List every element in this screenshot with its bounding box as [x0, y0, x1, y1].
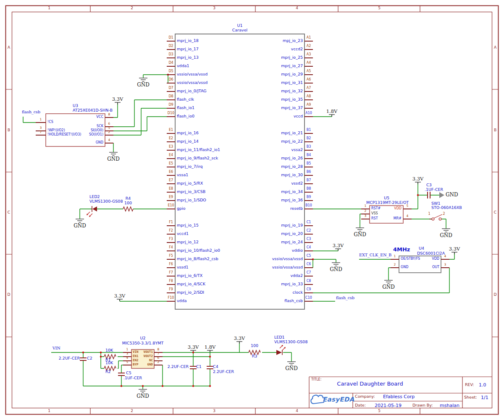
sheet-label: Sheet: — [464, 395, 477, 399]
component-pin-stub[interactable] — [154, 365, 163, 365]
net-label-vin[interactable]: VIN — [52, 346, 60, 350]
u1-pin-stub[interactable] — [167, 183, 175, 184]
u1-pin-stub[interactable] — [304, 141, 313, 142]
junction-dot[interactable] — [142, 385, 144, 387]
power-flag-label: 3.3V — [189, 336, 290, 341]
u1-pin-stub[interactable] — [167, 66, 175, 66]
u1-pin-stub[interactable] — [167, 57, 175, 58]
u1-pin-stub[interactable] — [167, 150, 175, 150]
u1-pin-stub[interactable] — [167, 41, 175, 41]
u1-pin-stub[interactable] — [304, 301, 313, 301]
component-pin-stub[interactable] — [105, 143, 113, 143]
u1-pin-stub[interactable] — [304, 192, 313, 192]
net-label-flash-csb[interactable]: flash_csb — [336, 296, 354, 300]
u1-pin-stub[interactable] — [167, 141, 175, 142]
gnd-symbol[interactable] — [139, 389, 147, 393]
u1-pin-stub[interactable] — [167, 242, 175, 243]
u1-pin-stub[interactable] — [167, 99, 175, 100]
component-pin-stub[interactable] — [105, 135, 113, 135]
u1-pin-stub[interactable] — [304, 209, 313, 209]
power-flag-symbol[interactable] — [415, 182, 421, 184]
component-pin-number: 4 — [104, 138, 115, 142]
u1-pin-stub[interactable] — [304, 99, 313, 100]
u1-pin-name: mprj_io_31 — [198, 81, 303, 85]
u1-pin-stub[interactable] — [167, 209, 175, 209]
junction-dot[interactable] — [417, 194, 419, 196]
u1-pin-stub[interactable] — [304, 133, 313, 133]
u1-pin-stub[interactable] — [167, 250, 175, 251]
u1-pin-stub[interactable] — [167, 234, 175, 234]
u1-pin-stub[interactable] — [167, 175, 175, 175]
u1-pin-stub[interactable] — [304, 57, 313, 58]
u1-pin-stub[interactable] — [304, 259, 313, 259]
u1-pin-stub[interactable] — [167, 158, 175, 159]
u1-pin-stub[interactable] — [304, 91, 313, 91]
component-pin-stub[interactable] — [403, 209, 412, 209]
component-pin-stub[interactable] — [441, 259, 449, 259]
u1-pin-number: D10 — [165, 112, 176, 115]
u1-pin-stub[interactable] — [304, 225, 313, 226]
u1-pin-stub[interactable] — [304, 183, 313, 184]
u1-pin-stub[interactable] — [304, 292, 313, 293]
component-pin-stub[interactable] — [403, 219, 412, 219]
u1-pin-stub[interactable] — [167, 225, 175, 226]
gnd-symbol[interactable] — [356, 228, 364, 231]
u1-pin-stub[interactable] — [167, 108, 175, 108]
gnd-symbol[interactable] — [76, 219, 84, 222]
u1-pin-stub[interactable] — [167, 49, 175, 50]
power-flag-symbol[interactable] — [115, 102, 121, 104]
u1-pin-stub[interactable] — [167, 259, 175, 259]
component-pin-name: GND — [69, 363, 153, 366]
u1-pin-stub[interactable] — [304, 200, 313, 201]
u1-pin-stub[interactable] — [167, 301, 175, 301]
power-flag-symbol[interactable] — [329, 115, 335, 117]
u1-pin-stub[interactable] — [304, 66, 313, 66]
net-label-ext-clk-en-b[interactable]: EXT_CLK_EN_B — [359, 253, 391, 257]
gnd-symbol[interactable] — [384, 280, 393, 284]
gnd-flag-symbol[interactable] — [439, 192, 444, 198]
component-pin-stub[interactable] — [105, 117, 113, 117]
u1-pin-number: D6 — [165, 78, 176, 82]
u1-pin-stub[interactable] — [304, 158, 313, 159]
u1-pin-stub[interactable] — [304, 284, 313, 284]
junction-dot[interactable] — [192, 385, 194, 387]
gnd-symbol[interactable] — [139, 78, 147, 81]
power-flag-symbol[interactable] — [335, 249, 341, 251]
u1-pin-stub[interactable] — [167, 167, 175, 167]
net-label-flash-csb[interactable]: flash_csb — [22, 110, 40, 114]
u1-pin-stub[interactable] — [167, 74, 175, 75]
u1-pin-stub[interactable] — [167, 200, 175, 201]
u1-pin-stub[interactable] — [304, 276, 313, 276]
power-flag-symbol[interactable] — [452, 252, 457, 254]
u1-pin-stub[interactable] — [167, 133, 175, 133]
u1-pin-stub[interactable] — [167, 276, 175, 276]
u1-pin-stub[interactable] — [304, 74, 313, 75]
junction-dot[interactable] — [121, 385, 122, 387]
u1-pin-stub[interactable] — [304, 250, 313, 251]
gnd-symbol[interactable] — [287, 362, 296, 365]
gnd-symbol[interactable] — [109, 152, 118, 156]
u1-pin-stub[interactable] — [304, 116, 313, 117]
u1-pin-name: mprj_io_17 — [177, 47, 199, 51]
u1-pin-stub[interactable] — [167, 116, 175, 117]
u1-pin-stub[interactable] — [167, 284, 175, 284]
u1-pin-stub[interactable] — [304, 150, 313, 150]
junction-dot[interactable] — [162, 385, 163, 387]
gnd-symbol[interactable] — [332, 263, 340, 266]
gnd-symbol[interactable] — [442, 229, 450, 232]
power-flag-symbol[interactable] — [117, 299, 123, 301]
component-pin-stub[interactable] — [441, 267, 449, 268]
u1-pin-stub[interactable] — [304, 49, 313, 50]
u1-pin-stub[interactable] — [304, 83, 313, 83]
u1-pin-stub[interactable] — [304, 41, 313, 41]
component-pin-stub[interactable] — [36, 122, 46, 123]
power-flag-symbol[interactable] — [207, 350, 213, 352]
u1-pin-stub[interactable] — [167, 192, 175, 192]
u1-pin-stub[interactable] — [167, 91, 175, 91]
junction-dot[interactable] — [192, 352, 194, 353]
junction-dot[interactable] — [209, 385, 211, 387]
u1-pin-stub[interactable] — [167, 267, 175, 268]
u1-pin-stub[interactable] — [304, 167, 313, 167]
u1-pin-stub[interactable] — [304, 175, 313, 175]
u1-pin-name: mprj_io_15 — [177, 223, 199, 227]
